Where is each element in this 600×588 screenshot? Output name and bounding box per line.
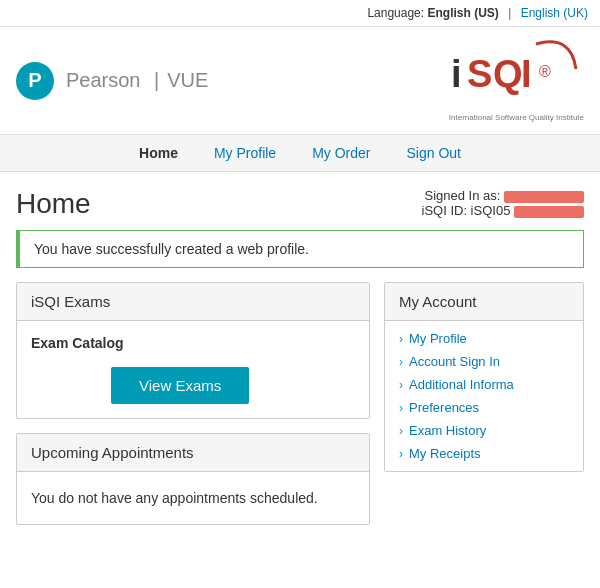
isqi-exams-card: iSQI Exams Exam Catalog View Exams [16, 282, 370, 419]
chevron-icon: › [399, 401, 403, 415]
my-account-card: My Account › My Profile › Account Sign I… [384, 282, 584, 472]
isqi-brand: i S Q I ® [451, 39, 581, 112]
isqi-text-s: S [467, 53, 492, 95]
view-exams-button[interactable]: View Exams [111, 367, 249, 404]
no-appointments-text: You do not have any appointments schedul… [31, 486, 355, 510]
main-nav: Home My Profile My Order Sign Out [0, 135, 600, 172]
nav-my-order[interactable]: My Order [294, 135, 388, 171]
separator: | [508, 6, 511, 20]
nav-my-profile[interactable]: My Profile [196, 135, 294, 171]
account-link-sign-in: › Account Sign In [399, 354, 569, 369]
right-column: My Account › My Profile › Account Sign I… [384, 282, 584, 525]
signed-in-info: Signed In as: iSQI ID: iSQI05 [422, 188, 585, 218]
isqi-id: iSQI ID: iSQI05 [422, 203, 585, 218]
language-bar: Language: English (US) | English (UK) [0, 0, 600, 27]
divider: | [154, 69, 159, 91]
chevron-icon: › [399, 447, 403, 461]
success-message: You have successfully created a web prof… [16, 230, 584, 268]
account-link-preferences: › Preferences [399, 400, 569, 415]
isqi-text-i1: i [451, 53, 462, 95]
nav-sign-out[interactable]: Sign Out [389, 135, 479, 171]
isqi-svg: i S Q I ® [451, 39, 581, 109]
chevron-icon: › [399, 332, 403, 346]
upcoming-body: You do not have any appointments schedul… [17, 472, 369, 524]
isqi-text-q: Q [493, 53, 523, 95]
username-redacted [504, 191, 584, 203]
isqi-id-redacted [514, 206, 584, 218]
upcoming-appointments-card: Upcoming Appointments You do not have an… [16, 433, 370, 525]
my-receipts-link[interactable]: My Receipts [409, 446, 481, 461]
language-label: Language: [367, 6, 424, 20]
chevron-icon: › [399, 378, 403, 392]
chevron-icon: › [399, 424, 403, 438]
isqi-exams-body: Exam Catalog View Exams [17, 321, 369, 418]
pearson-circle-icon: P [16, 62, 54, 100]
isqi-exams-header: iSQI Exams [17, 283, 369, 321]
two-col-layout: iSQI Exams Exam Catalog View Exams Upcom… [16, 282, 584, 525]
isqi-text-i2: I [521, 53, 532, 95]
isqi-logo: i S Q I ® International Software Quality… [449, 39, 584, 122]
exam-history-link[interactable]: Exam History [409, 423, 486, 438]
upcoming-header: Upcoming Appointments [17, 434, 369, 472]
account-links-list: › My Profile › Account Sign In › Additio… [385, 321, 583, 471]
account-link-my-profile: › My Profile [399, 331, 569, 346]
exam-catalog-label: Exam Catalog [31, 335, 355, 351]
english-us-label: English (US) [427, 6, 498, 20]
additional-information-link[interactable]: Additional Informa [409, 377, 514, 392]
header: P Pearson |VUE i S Q I ® International S… [0, 27, 600, 135]
pearson-brand-text: Pearson |VUE [62, 69, 212, 92]
page-header: Home Signed In as: iSQI ID: iSQI05 [16, 188, 584, 220]
nav-home[interactable]: Home [121, 135, 196, 171]
left-column: iSQI Exams Exam Catalog View Exams Upcom… [16, 282, 370, 525]
account-link-my-receipts: › My Receipts [399, 446, 569, 461]
isqi-text-reg: ® [539, 63, 551, 80]
isqi-tagline: International Software Quality Institute [449, 113, 584, 122]
pearson-logo: P Pearson |VUE [16, 62, 212, 100]
my-profile-link[interactable]: My Profile [409, 331, 467, 346]
account-sign-in-link[interactable]: Account Sign In [409, 354, 500, 369]
account-link-additional-info: › Additional Informa [399, 377, 569, 392]
preferences-link[interactable]: Preferences [409, 400, 479, 415]
main-content: Home Signed In as: iSQI ID: iSQI05 You h… [0, 172, 600, 541]
page-title: Home [16, 188, 91, 220]
chevron-icon: › [399, 355, 403, 369]
english-uk-link[interactable]: English (UK) [521, 6, 588, 20]
signed-in-label: Signed In as: [422, 188, 585, 203]
account-link-exam-history: › Exam History [399, 423, 569, 438]
my-account-header: My Account [385, 283, 583, 321]
